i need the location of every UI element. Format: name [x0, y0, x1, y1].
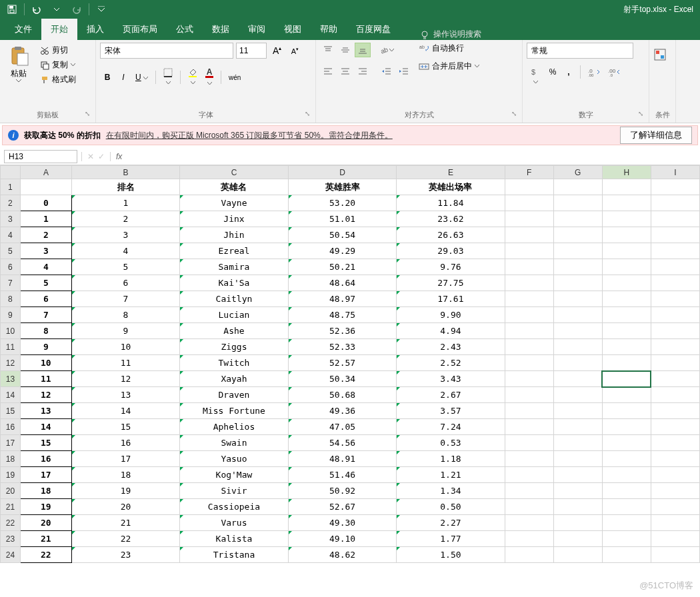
cancel-formula-button[interactable]: ✕ — [87, 152, 94, 161]
cell-D11[interactable]: 52.33 — [288, 339, 396, 355]
cell-E19[interactable]: 1.21 — [397, 467, 505, 483]
cell-A5[interactable]: 3 — [20, 243, 71, 259]
cell-A3[interactable]: 1 — [20, 211, 71, 227]
cell-H19[interactable] — [602, 467, 651, 483]
cell-H3[interactable] — [602, 211, 651, 227]
cell-D13[interactable]: 50.34 — [288, 371, 396, 387]
cell-C4[interactable]: Jhin — [180, 227, 289, 243]
cell-B15[interactable]: 14 — [72, 403, 180, 419]
tab-formula[interactable]: 公式 — [167, 19, 203, 40]
cell-F7[interactable] — [505, 275, 553, 291]
cell-D1[interactable]: 英雄胜率 — [288, 179, 396, 195]
fx-icon[interactable]: fx — [116, 152, 122, 161]
cell-E13[interactable]: 3.43 — [397, 371, 505, 387]
cell-H24[interactable] — [602, 547, 651, 563]
cell-F19[interactable] — [505, 467, 553, 483]
cell-I11[interactable] — [651, 339, 699, 355]
cell-G24[interactable] — [553, 547, 602, 563]
cell-G18[interactable] — [553, 451, 602, 467]
cell-A14[interactable]: 12 — [20, 387, 71, 403]
currency-button[interactable]: $ — [527, 65, 544, 88]
cell-H6[interactable] — [602, 259, 651, 275]
tab-baidu[interactable]: 百度网盘 — [347, 19, 400, 40]
cell-A15[interactable]: 13 — [20, 403, 71, 419]
cell-G13[interactable] — [553, 371, 602, 387]
cell-I13[interactable] — [651, 371, 699, 387]
cell-I20[interactable] — [651, 483, 699, 499]
conditional-format-button[interactable] — [653, 43, 667, 61]
cell-I6[interactable] — [651, 259, 699, 275]
cell-A4[interactable]: 2 — [20, 227, 71, 243]
clipboard-launcher[interactable]: ⤡ — [85, 110, 90, 117]
cell-D15[interactable]: 49.36 — [288, 403, 396, 419]
cell-H4[interactable] — [602, 227, 651, 243]
font-color-button[interactable]: A — [202, 65, 217, 89]
row-header-3[interactable]: 3 — [1, 211, 21, 227]
cell-I15[interactable] — [651, 403, 699, 419]
row-header-17[interactable]: 17 — [1, 435, 21, 451]
cell-H8[interactable] — [602, 291, 651, 307]
cell-F16[interactable] — [505, 419, 553, 435]
cell-C22[interactable]: Varus — [180, 515, 289, 531]
cell-F2[interactable] — [505, 195, 553, 211]
cell-G20[interactable] — [553, 483, 602, 499]
cell-B22[interactable]: 21 — [72, 515, 180, 531]
cell-B6[interactable]: 5 — [72, 259, 180, 275]
increase-indent-button[interactable] — [396, 64, 412, 79]
paste-button[interactable]: 粘贴 — [4, 43, 33, 83]
row-header-5[interactable]: 5 — [1, 243, 21, 259]
cell-G8[interactable] — [553, 291, 602, 307]
cell-F11[interactable] — [505, 339, 553, 355]
cell-F8[interactable] — [505, 291, 553, 307]
cell-E4[interactable]: 26.63 — [397, 227, 505, 243]
cell-C13[interactable]: Xayah — [180, 371, 289, 387]
cell-G11[interactable] — [553, 339, 602, 355]
cell-C11[interactable]: Ziggs — [180, 339, 289, 355]
cell-I24[interactable] — [651, 547, 699, 563]
row-header-22[interactable]: 22 — [1, 515, 21, 531]
cell-H16[interactable] — [602, 419, 651, 435]
cell-B5[interactable]: 4 — [72, 243, 180, 259]
cell-H9[interactable] — [602, 307, 651, 323]
cell-H23[interactable] — [602, 531, 651, 547]
cell-F23[interactable] — [505, 531, 553, 547]
cell-B17[interactable]: 16 — [72, 435, 180, 451]
cell-B20[interactable]: 19 — [72, 483, 180, 499]
merge-center-button[interactable]: 合并后居中 — [419, 61, 479, 72]
cell-A9[interactable]: 7 — [20, 307, 71, 323]
cell-G19[interactable] — [553, 467, 602, 483]
cell-C14[interactable]: Draven — [180, 387, 289, 403]
cell-D20[interactable]: 50.92 — [288, 483, 396, 499]
cell-I17[interactable] — [651, 435, 699, 451]
cell-E14[interactable]: 2.67 — [397, 387, 505, 403]
align-middle-button[interactable] — [337, 43, 353, 57]
cell-E24[interactable]: 1.50 — [397, 547, 505, 563]
cell-C16[interactable]: Aphelios — [180, 419, 289, 435]
cell-B3[interactable]: 2 — [72, 211, 180, 227]
cell-C20[interactable]: Sivir — [180, 483, 289, 499]
tab-view[interactable]: 视图 — [275, 19, 311, 40]
cell-F24[interactable] — [505, 547, 553, 563]
cell-E9[interactable]: 9.90 — [397, 307, 505, 323]
cell-G4[interactable] — [553, 227, 602, 243]
col-header-H[interactable]: H — [602, 166, 651, 179]
tab-home[interactable]: 开始 — [41, 19, 77, 40]
font-size-input[interactable] — [236, 43, 267, 59]
cell-I5[interactable] — [651, 243, 699, 259]
cell-E12[interactable]: 2.52 — [397, 355, 505, 371]
row-header-4[interactable]: 4 — [1, 227, 21, 243]
col-header-E[interactable]: E — [397, 166, 505, 179]
cell-I10[interactable] — [651, 323, 699, 339]
tell-me-search[interactable]: 操作说明搜索 — [420, 29, 481, 40]
undo-button[interactable] — [27, 1, 46, 18]
cell-B10[interactable]: 9 — [72, 323, 180, 339]
cell-F17[interactable] — [505, 435, 553, 451]
cell-A20[interactable]: 18 — [20, 483, 71, 499]
col-header-C[interactable]: C — [180, 166, 289, 179]
cell-F3[interactable] — [505, 211, 553, 227]
cell-H2[interactable] — [602, 195, 651, 211]
cell-H1[interactable] — [602, 179, 651, 195]
row-header-13[interactable]: 13 — [1, 371, 21, 387]
cell-A2[interactable]: 0 — [20, 195, 71, 211]
ruby-button[interactable]: wén — [225, 71, 244, 84]
